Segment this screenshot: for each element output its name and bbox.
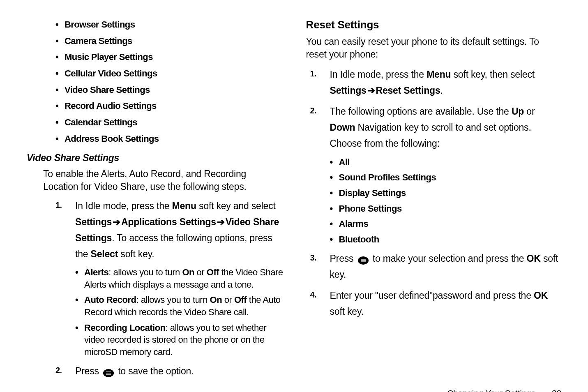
key-settings: Settings bbox=[330, 85, 367, 96]
text: : allows you to turn bbox=[108, 267, 182, 277]
sub-options: Alerts: allows you to turn On or Off the… bbox=[75, 266, 284, 358]
step-2: The following options are available. Use… bbox=[310, 104, 561, 245]
list-item: All bbox=[330, 156, 561, 168]
key-ok: OK bbox=[527, 253, 541, 264]
step-2: Press to save the option. bbox=[55, 363, 284, 379]
text: soft key and select bbox=[196, 201, 276, 211]
ok-button-icon bbox=[357, 254, 369, 263]
opt-title: Alerts bbox=[84, 267, 108, 277]
key-settings: Settings bbox=[75, 217, 112, 227]
key-ok: OK bbox=[534, 290, 548, 301]
footer: Changing Your Settings 83 bbox=[27, 388, 561, 392]
step-1: In Idle mode, press the Menu soft key an… bbox=[55, 198, 284, 358]
text: to make your selection and press the bbox=[370, 253, 527, 264]
key-reset: Reset Settings bbox=[376, 85, 440, 96]
ok-button-icon bbox=[103, 367, 114, 376]
arrow-icon: ➔ bbox=[217, 214, 225, 230]
list-item: Sound Profiles Settings bbox=[330, 171, 561, 184]
key-apps: Applications Settings bbox=[121, 217, 216, 227]
text: or bbox=[194, 267, 207, 277]
step-1: In Idle mode, press the Menu soft key, t… bbox=[310, 67, 561, 99]
text: The following options are available. Use… bbox=[330, 106, 512, 117]
step-3: Press to make your selection and press t… bbox=[310, 251, 561, 283]
text: Enter your "user defined"password and pr… bbox=[330, 290, 534, 301]
list-item: Address Book Settings bbox=[55, 133, 284, 145]
text: In Idle mode, press the bbox=[330, 69, 427, 80]
right-column: Reset Settings You can easily reset your… bbox=[306, 18, 561, 384]
intro-text: To enable the Alerts, Auto Record, and R… bbox=[43, 168, 284, 193]
text: soft key. bbox=[118, 249, 154, 259]
list-item: Recording Location: allows you to set wh… bbox=[75, 322, 284, 358]
opt-on: On bbox=[210, 295, 222, 305]
page-number: 83 bbox=[552, 388, 561, 392]
key-menu: Menu bbox=[427, 69, 451, 80]
text: or bbox=[222, 295, 234, 305]
columns: Browser Settings Camera Settings Music P… bbox=[27, 18, 561, 384]
left-steps: In Idle mode, press the Menu soft key an… bbox=[55, 198, 284, 379]
page: Browser Settings Camera Settings Music P… bbox=[0, 0, 588, 392]
footer-title: Changing Your Settings bbox=[447, 388, 535, 392]
text: : allows you to turn bbox=[136, 295, 210, 305]
reset-options: All Sound Profiles Settings Display Sett… bbox=[330, 156, 561, 246]
text: . bbox=[440, 85, 443, 96]
list-item: Camera Settings bbox=[55, 35, 284, 47]
list-item: Bluetooth bbox=[330, 233, 561, 246]
settings-list: Browser Settings Camera Settings Music P… bbox=[55, 18, 284, 145]
text: Press bbox=[330, 253, 356, 264]
text: Navigation key to scroll to and set opti… bbox=[330, 122, 531, 149]
list-item: Display Settings bbox=[330, 187, 561, 199]
text: soft key. bbox=[330, 306, 364, 317]
arrow-icon: ➔ bbox=[113, 214, 120, 230]
list-item: Video Share Settings bbox=[55, 84, 284, 96]
text: In Idle mode, press the bbox=[75, 201, 172, 211]
arrow-icon: ➔ bbox=[367, 83, 375, 99]
opt-title: Recording Location bbox=[84, 323, 166, 333]
list-item: Record Audio Settings bbox=[55, 100, 284, 112]
key-down: Down bbox=[330, 122, 355, 133]
text: to save the option. bbox=[115, 366, 194, 376]
step-4: Enter your "user defined"password and pr… bbox=[310, 288, 561, 320]
opt-on: On bbox=[182, 267, 194, 277]
key-menu: Menu bbox=[172, 201, 196, 211]
list-item: Cellular Video Settings bbox=[55, 67, 284, 80]
text: Press bbox=[75, 366, 101, 376]
opt-off: Off bbox=[207, 267, 219, 277]
list-item: Calendar Settings bbox=[55, 116, 284, 129]
heading-reset: Reset Settings bbox=[306, 18, 561, 31]
list-item: Alarms bbox=[330, 218, 561, 230]
key-select: Select bbox=[91, 249, 118, 259]
intro-text: You can easily reset your phone to its d… bbox=[306, 35, 561, 61]
right-steps: In Idle mode, press the Menu soft key, t… bbox=[310, 67, 561, 320]
key-up: Up bbox=[512, 106, 524, 117]
list-item: Browser Settings bbox=[55, 18, 284, 31]
opt-off: Off bbox=[234, 295, 247, 305]
text: soft key, then select bbox=[451, 69, 535, 80]
list-item: Auto Record: allows you to turn On or Of… bbox=[75, 294, 284, 318]
opt-title: Auto Record bbox=[84, 295, 136, 305]
text: or bbox=[524, 106, 535, 117]
left-column: Browser Settings Camera Settings Music P… bbox=[27, 18, 284, 384]
list-item: Music Player Settings bbox=[55, 51, 284, 63]
heading-video-share: Video Share Settings bbox=[27, 152, 284, 164]
list-item: Alerts: allows you to turn On or Off the… bbox=[75, 266, 284, 291]
list-item: Phone Settings bbox=[330, 203, 561, 215]
